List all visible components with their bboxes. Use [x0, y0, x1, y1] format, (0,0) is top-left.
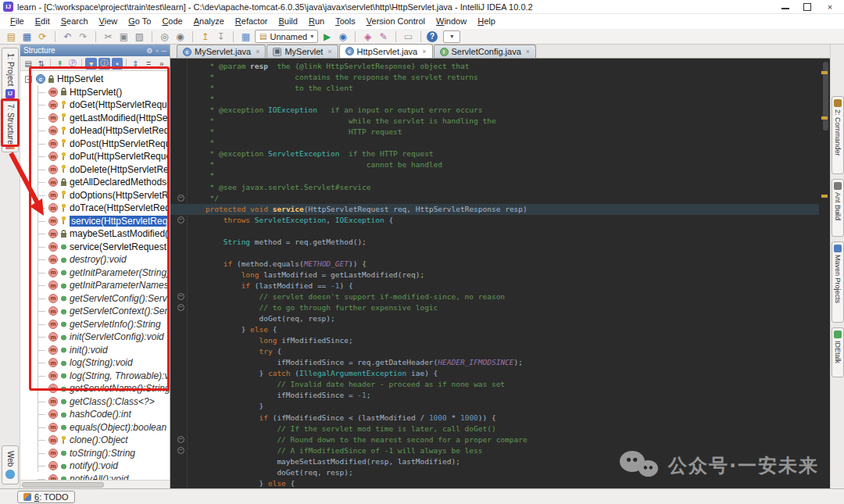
maximize-button[interactable] — [803, 3, 811, 11]
show-fields-icon[interactable]: ▾ — [85, 58, 97, 70]
menu-go-to[interactable]: Go To — [123, 15, 156, 27]
structure-hscrollbar[interactable] — [20, 480, 170, 488]
run-config-combo[interactable]: ▤Unnamed▾ — [255, 30, 318, 43]
tree-item[interactable]: mgetLastModified(HttpServle — [20, 112, 170, 125]
tree-item[interactable]: mgetInitParameterNames():En — [20, 279, 170, 292]
tool-tab-ant-build[interactable]: Ant Build — [831, 179, 844, 237]
tree-item[interactable]: mdestroy():void — [20, 253, 170, 266]
sync-icon[interactable]: ⟳ — [36, 30, 49, 43]
tree-item[interactable]: mdoGet(HttpServletRequest, H — [20, 98, 170, 112]
tree-item[interactable]: mlog(String):void — [20, 356, 170, 370]
tree-item[interactable]: mclone():Object — [20, 434, 170, 447]
stripe-mark[interactable] — [821, 116, 828, 120]
redo-icon[interactable]: ↷ — [77, 30, 90, 43]
tree-item[interactable]: mgetInitParameter(String):Str — [20, 266, 170, 280]
fold-marker-icon[interactable]: − — [177, 447, 184, 454]
code-editor[interactable]: −−−−−− * @param resp the {@link HttpServ… — [170, 59, 830, 488]
tool-tab-structure[interactable]: 7: Structure — [2, 101, 19, 152]
project-structure-icon[interactable]: ▦ — [239, 30, 252, 43]
tool-tab-project[interactable]: 1: Project IJ — [2, 48, 19, 104]
tree-item[interactable]: minit(ServletConfig):void — [20, 331, 170, 344]
fold-marker-icon[interactable]: − — [177, 293, 184, 300]
tab-close-icon[interactable]: × — [526, 48, 530, 55]
tree-item[interactable]: mhashCode():int — [20, 408, 170, 421]
tree-item[interactable]: mnotify():void — [20, 459, 170, 473]
tree-item[interactable]: mgetServletName():String — [20, 382, 170, 395]
menu-code[interactable]: Code — [156, 15, 188, 27]
tree-item[interactable]: mequals(Object):boolean — [20, 421, 170, 434]
tree-item[interactable]: mservice(HttpServletRequest, — [20, 215, 170, 228]
menu-refactor[interactable]: Refactor — [230, 15, 274, 27]
group-by-icon[interactable]: ▤ — [23, 58, 34, 70]
menu-edit[interactable]: Edit — [30, 15, 55, 27]
coverage-icon[interactable]: ◈ — [361, 30, 374, 43]
menu-help[interactable]: Help — [472, 15, 501, 27]
tab-close-icon[interactable]: × — [256, 48, 259, 55]
sort-visibility-icon[interactable]: ↟ — [54, 58, 66, 70]
show-properties-icon[interactable]: Ⓟ — [67, 58, 79, 70]
code-content[interactable]: * @param resp the {@link HttpServletResp… — [188, 61, 819, 488]
minimize-button[interactable] — [781, 4, 789, 9]
menu-search[interactable]: Search — [55, 15, 94, 27]
undo-icon[interactable]: ↶ — [61, 30, 74, 43]
paste-icon[interactable]: ▨ — [133, 30, 146, 43]
fold-marker-icon[interactable]: − — [177, 195, 184, 202]
editor-tab-servletconfig-java[interactable]: IServletConfig.java× — [434, 45, 537, 58]
more-icon[interactable]: » — [156, 58, 167, 70]
debug-icon[interactable]: ◉ — [336, 30, 349, 43]
run-icon[interactable]: ▶ — [320, 30, 334, 43]
menu-analyze[interactable]: Analyze — [188, 15, 230, 27]
find-icon[interactable]: ◎ — [158, 30, 171, 43]
tool-tab-web[interactable]: Web — [2, 445, 19, 484]
tree-root-row[interactable]: −cHttpServlet — [20, 73, 170, 86]
show-non-public-icon[interactable]: ▪ — [112, 58, 123, 70]
editor-error-stripe[interactable] — [819, 59, 830, 488]
tool-tab-maven-projects[interactable]: Maven Projects — [831, 241, 844, 323]
menu-window[interactable]: Window — [431, 15, 472, 27]
fold-marker-icon[interactable]: − — [177, 436, 184, 443]
tree-item[interactable]: mgetClass():Class<?> — [20, 395, 170, 409]
close-button[interactable]: × — [825, 2, 835, 12]
forward-icon[interactable]: ↧ — [214, 30, 227, 43]
replace-icon[interactable]: ◉ — [173, 30, 187, 43]
expand-all-icon[interactable]: ⇕ — [130, 58, 141, 70]
tree-item[interactable]: mtoString():String — [20, 447, 170, 460]
fold-marker-icon[interactable]: − — [177, 304, 184, 311]
help-icon[interactable]: ? — [427, 31, 438, 42]
hscroll-thumb[interactable] — [22, 482, 104, 488]
tree-item[interactable]: mmaybeSetLastModified(Http — [20, 227, 170, 241]
cut-icon[interactable]: ✂ — [102, 30, 115, 43]
todo-tool-tab[interactable]: 6: TODO — [17, 491, 75, 503]
float-icon[interactable]: ▫ — [156, 47, 158, 55]
tool-tab-idetalk[interactable]: IDEtalk — [831, 327, 844, 377]
tree-item[interactable]: mlog(String, Throwable):void — [20, 370, 170, 383]
menu-build[interactable]: Build — [273, 15, 302, 27]
collapse-toggle-icon[interactable]: − — [25, 76, 32, 83]
tree-item[interactable]: mnotifyAll():void — [20, 473, 170, 481]
edit-config-icon[interactable]: ✎ — [377, 30, 390, 43]
fold-marker-icon[interactable]: − — [177, 216, 184, 223]
editor-tab-myservlet[interactable]: ▦MyServlet× — [266, 45, 338, 58]
back-icon[interactable]: ↥ — [198, 30, 212, 43]
tree-item[interactable]: mgetAllDeclaredMethods(Clas — [20, 176, 170, 189]
toolbar-more-dropdown[interactable]: ▾ — [443, 30, 460, 43]
tree-item[interactable]: mdoPut(HttpServletRequest, H — [20, 150, 170, 163]
copy-icon[interactable]: ▣ — [117, 30, 131, 43]
tree-item[interactable]: mdoTrace(HttpServletRequest — [20, 202, 170, 215]
tool-tab-2-commander[interactable]: 2: Commander — [831, 96, 844, 174]
menu-view[interactable]: View — [94, 15, 123, 27]
menu-tools[interactable]: Tools — [330, 15, 361, 27]
menu-run[interactable]: Run — [303, 15, 330, 27]
hide-icon[interactable]: ─ — [162, 47, 166, 55]
sort-alpha-icon[interactable]: ⇅ — [36, 58, 48, 70]
tree-item[interactable]: mservice(ServletRequest, Serv — [20, 241, 170, 254]
tree-item[interactable]: minit():void — [20, 344, 170, 357]
tree-item[interactable]: mdoDelete(HttpServletReques — [20, 163, 170, 177]
editor-tab-myservlet-java[interactable]: cMyServlet.java× — [177, 45, 266, 58]
tree-item[interactable]: mgetServletConfig():ServletCo — [20, 292, 170, 306]
stripe-mark[interactable] — [821, 195, 828, 198]
show-inherited-icon[interactable]: ⓘ — [98, 58, 110, 70]
menu-file[interactable]: File — [5, 15, 30, 27]
tree-item[interactable]: mgetServletInfo():String — [20, 318, 170, 331]
structure-panel-header[interactable]: Structure ⚙▫─ — [20, 45, 170, 56]
